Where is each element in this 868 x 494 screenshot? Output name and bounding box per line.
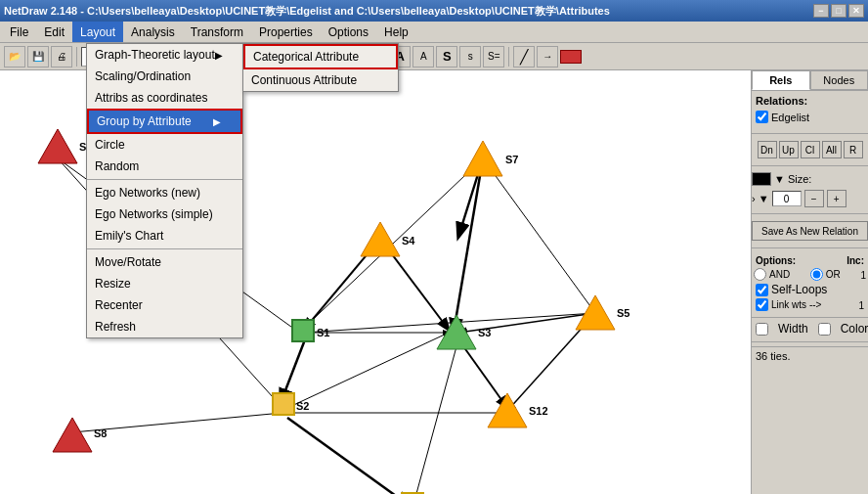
btn-all[interactable]: All xyxy=(822,141,842,158)
layout-item-circle[interactable]: Circle xyxy=(87,134,242,156)
panel-divider2 xyxy=(752,165,868,166)
or-radio[interactable] xyxy=(810,268,823,281)
color-swatch[interactable] xyxy=(752,172,771,186)
svg-text:S7: S7 xyxy=(505,154,518,165)
link-wts-checkbox[interactable] xyxy=(756,298,768,311)
svg-rect-35 xyxy=(273,393,294,415)
btn-dn[interactable]: Dn xyxy=(758,141,777,158)
toolbar-seq[interactable]: S= xyxy=(483,46,504,67)
size-arrow2: ▼ xyxy=(759,193,769,204)
layout-item-group-by-attr[interactable]: Group by Attribute▶ xyxy=(87,109,242,134)
save-relation-button[interactable]: Save As New Relation xyxy=(752,221,868,241)
and-label: AND xyxy=(769,269,790,280)
menu-layout[interactable]: Layout xyxy=(72,22,123,42)
menu-transform[interactable]: Transform xyxy=(183,22,251,42)
size-minus[interactable]: − xyxy=(804,190,824,207)
menu-analysis[interactable]: Analysis xyxy=(123,22,183,42)
svg-line-3 xyxy=(454,158,483,333)
layout-item-recenter[interactable]: Recenter xyxy=(87,294,242,316)
relations-title: Relations: xyxy=(756,95,864,107)
btn-cl[interactable]: Cl xyxy=(801,141,820,158)
menu-edit[interactable]: Edit xyxy=(36,22,72,42)
layout-item-ego-new[interactable]: Ego Networks (new) xyxy=(87,182,242,203)
panel-divider1 xyxy=(752,133,868,134)
svg-text:S1: S1 xyxy=(317,327,329,338)
toolbar-a-small[interactable]: A xyxy=(412,46,434,67)
size-label: Size: xyxy=(788,173,811,185)
layout-item-move[interactable]: Move/Rotate xyxy=(87,251,242,273)
toolbar-sep4 xyxy=(508,47,509,67)
svg-marker-21 xyxy=(53,418,92,452)
submenu-continuous[interactable]: Continuous Attribute xyxy=(243,69,398,91)
svg-line-15 xyxy=(287,418,410,494)
inc-value: 1 xyxy=(860,270,866,281)
toolbar-s-small[interactable]: s xyxy=(459,46,481,67)
toolbar-icon3[interactable]: 🖨 xyxy=(51,46,72,67)
width-label: Width xyxy=(778,322,808,336)
color-checkbox[interactable] xyxy=(818,323,831,336)
or-label: OR xyxy=(826,269,841,280)
svg-line-17 xyxy=(483,158,595,313)
svg-marker-29 xyxy=(488,393,527,427)
size-input[interactable] xyxy=(772,191,802,206)
layout-item-resize[interactable]: Resize xyxy=(87,273,242,294)
and-or-row: AND OR 1 xyxy=(752,268,868,283)
and-radio-row: AND xyxy=(754,268,790,281)
layout-item-attribs[interactable]: Attribs as coordinates xyxy=(87,87,242,109)
layout-item-scaling[interactable]: Scaling/Ordination xyxy=(87,66,242,87)
svg-marker-27 xyxy=(576,295,615,330)
btn-up[interactable]: Up xyxy=(779,141,799,158)
svg-marker-19 xyxy=(38,129,77,163)
size-arrow: ▼ xyxy=(774,173,785,185)
menu-properties[interactable]: Properties xyxy=(251,22,321,42)
gt-symbol: › xyxy=(752,193,756,204)
self-loops-label: Self-Loops xyxy=(771,283,827,296)
toolbar-red-sq[interactable] xyxy=(560,50,582,64)
maximize-button[interactable]: □ xyxy=(831,4,846,18)
rel-buttons: Dn Up Cl All R xyxy=(752,141,868,158)
layout-item-refresh[interactable]: Refresh xyxy=(87,316,242,337)
group-submenu-popup: Categorical Attribute Continuous Attribu… xyxy=(242,43,399,92)
toolbar-arrow[interactable]: → xyxy=(537,46,558,67)
svg-text:S2: S2 xyxy=(296,400,309,412)
svg-rect-31 xyxy=(292,320,314,341)
app-title: NetDraw 2.148 - C:\Users\belleaya\Deskto… xyxy=(4,4,610,19)
width-checkbox[interactable] xyxy=(756,323,768,336)
menu-options[interactable]: Options xyxy=(321,22,376,42)
link-wts-label: Link wts --> xyxy=(771,299,821,310)
edgelist-checkbox[interactable] xyxy=(756,111,768,123)
btn-r[interactable]: R xyxy=(844,141,863,158)
toolbar-open[interactable]: 📂 xyxy=(4,46,25,67)
svg-line-13 xyxy=(287,333,449,408)
close-button[interactable]: ✕ xyxy=(848,4,864,18)
minimize-button[interactable]: − xyxy=(813,4,829,18)
svg-text:S3: S3 xyxy=(478,327,491,338)
menu-help[interactable]: Help xyxy=(376,22,416,42)
menu-file[interactable]: File xyxy=(2,22,36,42)
title-bar: NetDraw 2.148 - C:\Users\belleaya\Deskto… xyxy=(0,0,868,22)
layout-item-random[interactable]: Random xyxy=(87,156,242,177)
menu-divider2 xyxy=(87,248,242,249)
tab-rels[interactable]: Rels xyxy=(752,70,810,90)
tab-nodes[interactable]: Nodes xyxy=(810,70,869,90)
submenu-categorical[interactable]: Categorical Attribute xyxy=(243,44,398,69)
svg-text:S12: S12 xyxy=(529,405,548,417)
toolbar-s-large[interactable]: S xyxy=(436,46,457,67)
dec-row: Link wts --> 1 xyxy=(752,298,868,313)
svg-marker-25 xyxy=(361,222,400,256)
layout-item-graph-theoretic[interactable]: Graph-Theoretic layout▶ xyxy=(87,44,242,66)
size-plus[interactable]: + xyxy=(827,190,846,207)
toolbar-line[interactable]: ╱ xyxy=(513,46,535,67)
layout-item-ego-simple[interactable]: Ego Networks (simple) xyxy=(87,203,242,225)
self-loops-checkbox[interactable] xyxy=(756,284,768,296)
panel-divider5 xyxy=(752,317,868,318)
window-controls: − □ ✕ xyxy=(813,4,864,18)
color-label: Color xyxy=(841,322,868,336)
svg-text:S5: S5 xyxy=(617,307,629,319)
layout-item-emily[interactable]: Emily's Chart xyxy=(87,225,242,247)
and-radio[interactable] xyxy=(754,268,766,281)
ties-count: 36 ties. xyxy=(756,350,790,362)
toolbar-save[interactable]: 💾 xyxy=(27,46,49,67)
options-label: Options: Inc: xyxy=(752,255,868,266)
edgelist-label: Edgelist xyxy=(771,112,809,123)
